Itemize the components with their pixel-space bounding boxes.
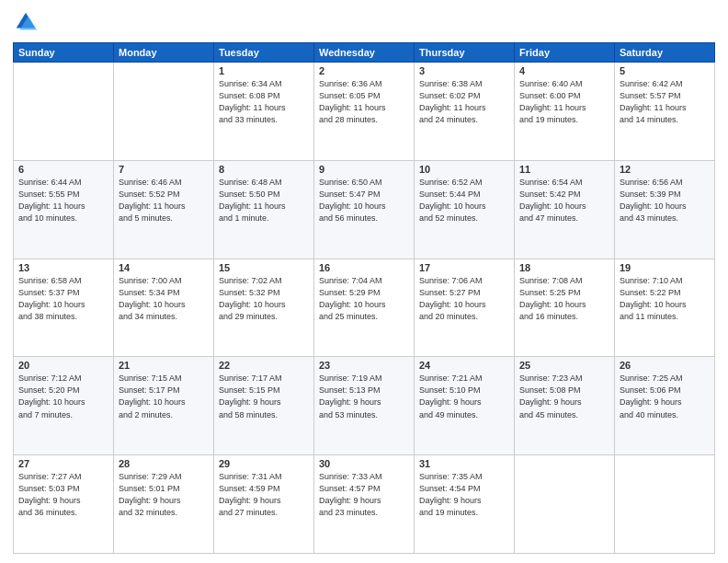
day-info: Sunrise: 7:10 AM Sunset: 5:22 PM Dayligh… bbox=[620, 275, 710, 323]
day-number: 24 bbox=[419, 360, 509, 371]
calendar-cell: 5Sunrise: 6:42 AM Sunset: 5:57 PM Daylig… bbox=[615, 63, 715, 161]
day-number: 18 bbox=[519, 262, 609, 273]
calendar-cell: 9Sunrise: 6:50 AM Sunset: 5:47 PM Daylig… bbox=[314, 160, 415, 259]
day-info: Sunrise: 7:33 AM Sunset: 4:57 PM Dayligh… bbox=[319, 471, 409, 519]
weekday-header: SundayMondayTuesdayWednesdayThursdayFrid… bbox=[14, 43, 715, 63]
calendar-cell: 18Sunrise: 7:08 AM Sunset: 5:25 PM Dayli… bbox=[515, 259, 615, 357]
day-info: Sunrise: 6:50 AM Sunset: 5:47 PM Dayligh… bbox=[319, 177, 409, 224]
day-info: Sunrise: 6:34 AM Sunset: 6:08 PM Dayligh… bbox=[219, 78, 309, 126]
calendar-cell: 20Sunrise: 7:12 AM Sunset: 5:20 PM Dayli… bbox=[14, 357, 114, 455]
day-number: 23 bbox=[319, 360, 409, 371]
day-info: Sunrise: 7:29 AM Sunset: 5:01 PM Dayligh… bbox=[119, 471, 209, 519]
calendar-cell: 27Sunrise: 7:27 AM Sunset: 5:03 PM Dayli… bbox=[14, 455, 114, 554]
day-info: Sunrise: 7:19 AM Sunset: 5:13 PM Dayligh… bbox=[319, 373, 409, 420]
day-number: 9 bbox=[319, 164, 409, 175]
calendar-cell: 10Sunrise: 6:52 AM Sunset: 5:44 PM Dayli… bbox=[415, 160, 515, 259]
day-number: 2 bbox=[319, 65, 409, 76]
day-number: 21 bbox=[119, 360, 209, 371]
weekday-header-saturday: Saturday bbox=[615, 43, 715, 63]
day-info: Sunrise: 6:48 AM Sunset: 5:50 PM Dayligh… bbox=[219, 177, 309, 224]
calendar-cell: 16Sunrise: 7:04 AM Sunset: 5:29 PM Dayli… bbox=[314, 259, 415, 357]
day-info: Sunrise: 6:42 AM Sunset: 5:57 PM Dayligh… bbox=[620, 78, 710, 126]
calendar-cell: 22Sunrise: 7:17 AM Sunset: 5:15 PM Dayli… bbox=[214, 357, 314, 455]
day-number: 29 bbox=[219, 458, 309, 469]
calendar-cell: 3Sunrise: 6:38 AM Sunset: 6:02 PM Daylig… bbox=[415, 63, 515, 161]
calendar-cell bbox=[14, 63, 114, 161]
calendar-cell: 13Sunrise: 6:58 AM Sunset: 5:37 PM Dayli… bbox=[14, 259, 114, 357]
day-number: 3 bbox=[419, 65, 509, 76]
day-number: 20 bbox=[18, 360, 108, 371]
day-info: Sunrise: 6:56 AM Sunset: 5:39 PM Dayligh… bbox=[620, 177, 710, 224]
calendar-cell: 25Sunrise: 7:23 AM Sunset: 5:08 PM Dayli… bbox=[515, 357, 615, 455]
header bbox=[13, 9, 715, 35]
day-number: 26 bbox=[620, 360, 710, 371]
calendar-cell: 15Sunrise: 7:02 AM Sunset: 5:32 PM Dayli… bbox=[214, 259, 314, 357]
day-info: Sunrise: 7:06 AM Sunset: 5:27 PM Dayligh… bbox=[419, 275, 509, 323]
weekday-header-monday: Monday bbox=[114, 43, 214, 63]
calendar-cell: 19Sunrise: 7:10 AM Sunset: 5:22 PM Dayli… bbox=[615, 259, 715, 357]
day-number: 14 bbox=[119, 262, 209, 273]
day-info: Sunrise: 7:25 AM Sunset: 5:06 PM Dayligh… bbox=[620, 373, 710, 420]
weekday-header-thursday: Thursday bbox=[415, 43, 515, 63]
calendar-cell bbox=[515, 455, 615, 554]
calendar-cell: 1Sunrise: 6:34 AM Sunset: 6:08 PM Daylig… bbox=[214, 63, 314, 161]
day-info: Sunrise: 7:35 AM Sunset: 4:54 PM Dayligh… bbox=[419, 471, 509, 519]
day-info: Sunrise: 6:36 AM Sunset: 6:05 PM Dayligh… bbox=[319, 78, 409, 126]
day-number: 27 bbox=[18, 458, 108, 469]
day-number: 19 bbox=[620, 262, 710, 273]
day-number: 13 bbox=[18, 262, 108, 273]
day-number: 1 bbox=[219, 65, 309, 76]
weekday-header-tuesday: Tuesday bbox=[214, 43, 314, 63]
day-number: 17 bbox=[419, 262, 509, 273]
day-number: 22 bbox=[219, 360, 309, 371]
day-info: Sunrise: 7:23 AM Sunset: 5:08 PM Dayligh… bbox=[519, 373, 609, 420]
calendar-cell bbox=[114, 63, 214, 161]
day-info: Sunrise: 7:04 AM Sunset: 5:29 PM Dayligh… bbox=[319, 275, 409, 323]
calendar-cell: 4Sunrise: 6:40 AM Sunset: 6:00 PM Daylig… bbox=[515, 63, 615, 161]
day-info: Sunrise: 6:40 AM Sunset: 6:00 PM Dayligh… bbox=[519, 78, 609, 126]
calendar-cell: 2Sunrise: 6:36 AM Sunset: 6:05 PM Daylig… bbox=[314, 63, 415, 161]
day-number: 12 bbox=[620, 164, 710, 175]
day-info: Sunrise: 7:15 AM Sunset: 5:17 PM Dayligh… bbox=[119, 373, 209, 420]
day-number: 5 bbox=[620, 65, 710, 76]
day-info: Sunrise: 6:58 AM Sunset: 5:37 PM Dayligh… bbox=[18, 275, 108, 323]
day-info: Sunrise: 7:08 AM Sunset: 5:25 PM Dayligh… bbox=[519, 275, 609, 323]
weekday-header-sunday: Sunday bbox=[14, 43, 114, 63]
day-number: 10 bbox=[419, 164, 509, 175]
calendar-cell: 8Sunrise: 6:48 AM Sunset: 5:50 PM Daylig… bbox=[214, 160, 314, 259]
calendar-cell: 12Sunrise: 6:56 AM Sunset: 5:39 PM Dayli… bbox=[615, 160, 715, 259]
page: SundayMondayTuesdayWednesdayThursdayFrid… bbox=[0, 0, 728, 563]
day-info: Sunrise: 7:02 AM Sunset: 5:32 PM Dayligh… bbox=[219, 275, 309, 323]
calendar-cell: 17Sunrise: 7:06 AM Sunset: 5:27 PM Dayli… bbox=[415, 259, 515, 357]
day-info: Sunrise: 7:27 AM Sunset: 5:03 PM Dayligh… bbox=[18, 471, 108, 519]
calendar-cell: 23Sunrise: 7:19 AM Sunset: 5:13 PM Dayli… bbox=[314, 357, 415, 455]
day-info: Sunrise: 6:46 AM Sunset: 5:52 PM Dayligh… bbox=[119, 177, 209, 224]
day-number: 30 bbox=[319, 458, 409, 469]
day-info: Sunrise: 6:38 AM Sunset: 6:02 PM Dayligh… bbox=[419, 78, 509, 126]
calendar-cell: 24Sunrise: 7:21 AM Sunset: 5:10 PM Dayli… bbox=[415, 357, 515, 455]
day-number: 16 bbox=[319, 262, 409, 273]
day-number: 4 bbox=[519, 65, 609, 76]
week-row-3: 20Sunrise: 7:12 AM Sunset: 5:20 PM Dayli… bbox=[14, 357, 715, 455]
day-info: Sunrise: 7:00 AM Sunset: 5:34 PM Dayligh… bbox=[119, 275, 209, 323]
weekday-header-friday: Friday bbox=[515, 43, 615, 63]
week-row-4: 27Sunrise: 7:27 AM Sunset: 5:03 PM Dayli… bbox=[14, 455, 715, 554]
calendar-cell bbox=[615, 455, 715, 554]
calendar-cell: 29Sunrise: 7:31 AM Sunset: 4:59 PM Dayli… bbox=[214, 455, 314, 554]
day-info: Sunrise: 7:21 AM Sunset: 5:10 PM Dayligh… bbox=[419, 373, 509, 420]
logo bbox=[13, 9, 42, 35]
day-info: Sunrise: 7:31 AM Sunset: 4:59 PM Dayligh… bbox=[219, 471, 309, 519]
day-info: Sunrise: 6:54 AM Sunset: 5:42 PM Dayligh… bbox=[519, 177, 609, 224]
day-number: 28 bbox=[119, 458, 209, 469]
day-number: 11 bbox=[519, 164, 609, 175]
day-number: 15 bbox=[219, 262, 309, 273]
calendar-cell: 11Sunrise: 6:54 AM Sunset: 5:42 PM Dayli… bbox=[515, 160, 615, 259]
day-number: 25 bbox=[519, 360, 609, 371]
day-number: 6 bbox=[18, 164, 108, 175]
calendar-cell: 21Sunrise: 7:15 AM Sunset: 5:17 PM Dayli… bbox=[114, 357, 214, 455]
day-number: 31 bbox=[419, 458, 509, 469]
calendar-cell: 31Sunrise: 7:35 AM Sunset: 4:54 PM Dayli… bbox=[415, 455, 515, 554]
calendar-cell: 6Sunrise: 6:44 AM Sunset: 5:55 PM Daylig… bbox=[14, 160, 114, 259]
day-info: Sunrise: 7:17 AM Sunset: 5:15 PM Dayligh… bbox=[219, 373, 309, 420]
calendar-cell: 14Sunrise: 7:00 AM Sunset: 5:34 PM Dayli… bbox=[114, 259, 214, 357]
